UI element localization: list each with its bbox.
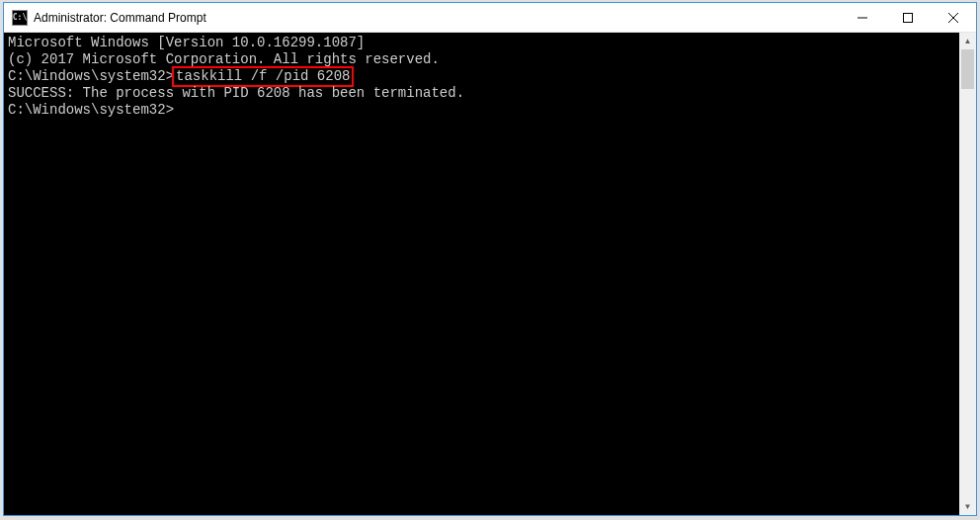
maximize-button[interactable] <box>885 3 931 32</box>
window-title: Administrator: Command Prompt <box>34 11 840 25</box>
prompt-path: C:\Windows\system32> <box>8 68 174 84</box>
svg-rect-1 <box>904 13 913 22</box>
terminal-output[interactable]: Microsoft Windows [Version 10.0.16299.10… <box>4 33 959 515</box>
scroll-thumb[interactable] <box>961 49 974 89</box>
scroll-down-arrow[interactable]: ▼ <box>959 498 976 515</box>
prompt-line: C:\Windows\system32> <box>8 102 955 119</box>
minimize-button[interactable] <box>840 3 885 32</box>
output-line: SUCCESS: The process with PID 6208 has b… <box>8 85 955 102</box>
terminal-area: Microsoft Windows [Version 10.0.16299.10… <box>4 33 976 515</box>
maximize-icon <box>903 13 913 23</box>
close-button[interactable] <box>931 3 976 32</box>
close-icon <box>948 13 958 23</box>
minimize-icon <box>858 13 867 23</box>
prompt-line: C:\Windows\system32>taskkill /f /pid 620… <box>8 68 955 85</box>
scroll-up-arrow[interactable]: ▲ <box>959 33 976 49</box>
vertical-scrollbar[interactable]: ▲ ▼ <box>959 33 976 515</box>
window-controls <box>840 3 976 32</box>
highlighted-command: taskkill /f /pid 6208 <box>172 66 354 87</box>
output-line: Microsoft Windows [Version 10.0.16299.10… <box>8 35 955 51</box>
cmd-icon: C:\ <box>12 10 28 26</box>
command-prompt-window: C:\ Administrator: Command Prompt Micros… <box>3 2 977 516</box>
output-line: (c) 2017 Microsoft Corporation. All righ… <box>8 51 955 68</box>
scroll-track[interactable] <box>959 49 976 498</box>
titlebar[interactable]: C:\ Administrator: Command Prompt <box>4 3 976 33</box>
